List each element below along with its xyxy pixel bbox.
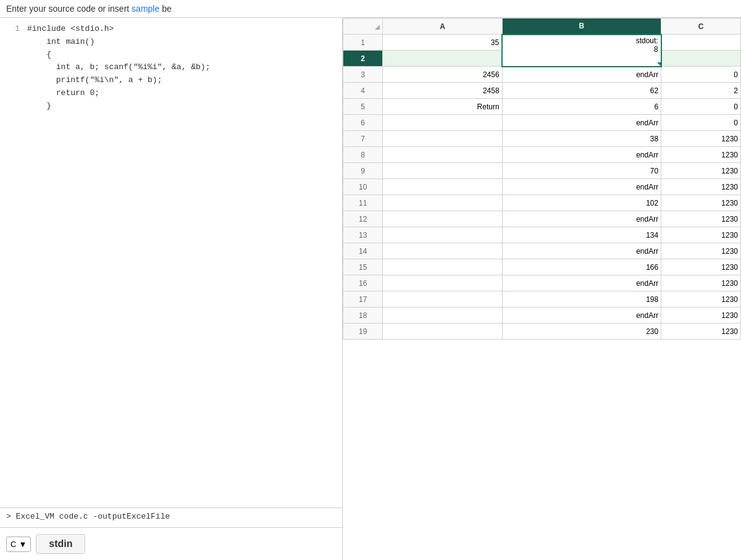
line-number: 1 <box>0 23 25 36</box>
code-line: int a, b; scanf("%i%i", &a, &b); <box>0 61 342 74</box>
cell-a7[interactable] <box>383 131 502 147</box>
cell-c13[interactable]: 1230 <box>661 227 741 243</box>
table-row: 1 35 stdout:8 <box>343 35 741 51</box>
cell-a5[interactable]: Return <box>383 99 502 115</box>
cell-b17[interactable]: 198 <box>502 291 661 307</box>
cell-c9[interactable]: 1230 <box>661 163 741 179</box>
terminal-command: > Excel_VM code.c -outputExcelFile <box>6 512 170 521</box>
cell-c14[interactable]: 1230 <box>661 243 741 259</box>
cell-b18[interactable]: endArr <box>502 307 661 324</box>
line-content: return 0; <box>25 87 99 100</box>
cell-b16[interactable]: endArr <box>502 275 661 291</box>
col-header-a[interactable]: A <box>383 19 502 35</box>
cell-c18[interactable]: 1230 <box>661 307 741 324</box>
cell-b11[interactable]: 102 <box>502 195 661 211</box>
row-number: 15 <box>343 259 383 275</box>
cell-b19[interactable]: 230 <box>502 324 661 340</box>
cell-b4[interactable]: 62 <box>502 83 661 99</box>
cell-c12[interactable]: 1230 <box>661 211 741 227</box>
row-number: 19 <box>343 324 383 340</box>
cell-b14[interactable]: endArr <box>502 243 661 259</box>
cell-b9[interactable]: 70 <box>502 163 661 179</box>
top-bar-end: be <box>159 4 171 14</box>
cell-a15[interactable] <box>383 259 502 275</box>
code-line: int main() <box>0 36 342 49</box>
cell-c19[interactable]: 1230 <box>661 324 741 340</box>
table-row: 14endArr1230 <box>343 243 741 259</box>
cell-b15[interactable]: 166 <box>502 259 661 275</box>
row-number: 11 <box>343 195 383 211</box>
cell-b7[interactable]: 38 <box>502 131 661 147</box>
cell-a9[interactable] <box>383 163 502 179</box>
cell-a3[interactable]: 2456 <box>383 67 502 83</box>
cell-a4[interactable]: 2458 <box>383 83 502 99</box>
cell-b8[interactable]: endArr <box>502 147 661 163</box>
line-number <box>0 87 25 100</box>
cell-b3[interactable]: endArr <box>502 67 661 83</box>
corner-cell <box>343 19 383 35</box>
cell-c16[interactable]: 1230 <box>661 275 741 291</box>
cell-c3[interactable]: 0 <box>661 67 741 83</box>
cell-c2[interactable] <box>661 51 741 67</box>
cell-c17[interactable]: 1230 <box>661 291 741 307</box>
code-line: } <box>0 100 342 113</box>
spreadsheet-header-row: A B C <box>343 19 741 35</box>
chevron-down-icon: ▼ <box>19 540 27 549</box>
cell-a13[interactable] <box>383 227 502 243</box>
cell-b13[interactable]: 134 <box>502 227 661 243</box>
cell-a1[interactable]: 35 <box>383 35 502 51</box>
cell-c11[interactable]: 1230 <box>661 195 741 211</box>
cell-c6[interactable]: 0 <box>661 115 741 131</box>
row-number: 6 <box>343 115 383 131</box>
line-content: #include <stdio.h> <box>25 23 114 36</box>
cell-a17[interactable] <box>383 291 502 307</box>
cell-a19[interactable] <box>383 324 502 340</box>
row-number: 5 <box>343 99 383 115</box>
cell-c4[interactable]: 2 <box>661 83 741 99</box>
row-number: 4 <box>343 83 383 99</box>
table-row: 7381230 <box>343 131 741 147</box>
cell-b5[interactable]: 6 <box>502 99 661 115</box>
row-number: 10 <box>343 179 383 195</box>
cell-a2[interactable] <box>383 51 502 67</box>
line-content: int main() <box>25 36 94 49</box>
cell-a11[interactable] <box>383 195 502 211</box>
code-editor[interactable]: 1#include <stdio.h> int main() { int a, … <box>0 18 342 508</box>
cell-a6[interactable] <box>383 115 502 131</box>
code-line: { <box>0 49 342 62</box>
cell-c7[interactable]: 1230 <box>661 131 741 147</box>
table-row: 192301230 <box>343 324 741 340</box>
cell-a12[interactable] <box>383 211 502 227</box>
code-line: 1#include <stdio.h> <box>0 23 342 36</box>
main-area: 1#include <stdio.h> int main() { int a, … <box>0 18 741 560</box>
cell-b1[interactable]: stdout:8 <box>502 35 661 67</box>
line-content: int a, b; scanf("%i%i", &a, &b); <box>25 61 210 74</box>
col-header-b[interactable]: B <box>502 19 661 35</box>
spreadsheet-panel[interactable]: A B C 1 35 stdout:8 2 <box>343 18 741 560</box>
line-number <box>0 61 25 74</box>
row-number: 17 <box>343 291 383 307</box>
cell-a8[interactable] <box>383 147 502 163</box>
line-number <box>0 49 25 62</box>
table-row: 9701230 <box>343 163 741 179</box>
cell-a18[interactable] <box>383 307 502 324</box>
cell-c15[interactable]: 1230 <box>661 259 741 275</box>
cell-c8[interactable]: 1230 <box>661 147 741 163</box>
cell-c1[interactable] <box>661 35 741 51</box>
cell-a16[interactable] <box>383 275 502 291</box>
stdin-button[interactable]: stdin <box>36 534 85 554</box>
line-content: printf("%i\n", a + b); <box>25 74 162 87</box>
cell-a10[interactable] <box>383 179 502 195</box>
col-header-c[interactable]: C <box>661 19 741 35</box>
cell-b10[interactable]: endArr <box>502 179 661 195</box>
language-selector[interactable]: C ▼ <box>6 537 31 552</box>
cell-b6[interactable]: endArr <box>502 115 661 131</box>
table-row: 32456endArr0 <box>343 67 741 83</box>
cell-a14[interactable] <box>383 243 502 259</box>
sample-link[interactable]: sample <box>132 4 159 14</box>
row-number: 16 <box>343 275 383 291</box>
cell-b12[interactable]: endArr <box>502 211 661 227</box>
table-row: 16endArr1230 <box>343 275 741 291</box>
cell-c5[interactable]: 0 <box>661 99 741 115</box>
cell-c10[interactable]: 1230 <box>661 179 741 195</box>
